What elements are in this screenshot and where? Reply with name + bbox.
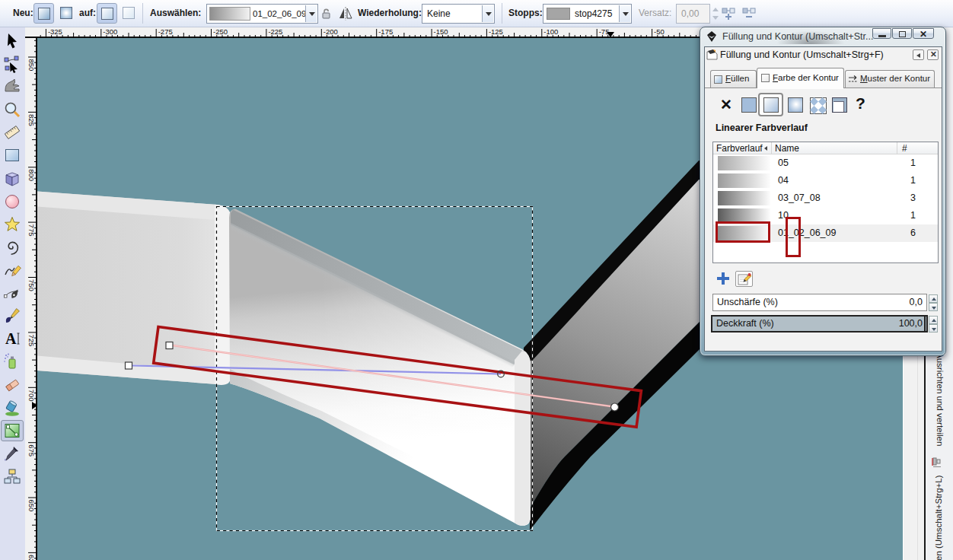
svg-text:750: 750 bbox=[27, 279, 36, 291]
svg-text:A: A bbox=[5, 330, 17, 347]
svg-text:-100: -100 bbox=[543, 27, 558, 36]
svg-text:-125: -125 bbox=[489, 27, 503, 36]
svg-text:-250: -250 bbox=[213, 27, 228, 36]
svg-text:725: 725 bbox=[27, 334, 36, 346]
svg-text:700: 700 bbox=[27, 390, 36, 402]
svg-text:-150: -150 bbox=[434, 27, 448, 36]
svg-text:650: 650 bbox=[27, 500, 36, 512]
svg-text:-275: -275 bbox=[158, 27, 173, 36]
svg-text:-325: -325 bbox=[48, 27, 62, 36]
svg-text:825: 825 bbox=[27, 114, 36, 126]
svg-text:800: 800 bbox=[27, 169, 36, 181]
svg-text:850: 850 bbox=[27, 59, 36, 72]
svg-text:-175: -175 bbox=[378, 27, 393, 36]
svg-text:675: 675 bbox=[27, 444, 36, 457]
svg-text:-75: -75 bbox=[599, 27, 610, 36]
svg-text:-200: -200 bbox=[324, 27, 338, 36]
svg-text:-225: -225 bbox=[268, 27, 282, 36]
svg-text:-300: -300 bbox=[103, 27, 117, 36]
svg-text:775: 775 bbox=[27, 224, 36, 237]
svg-text:625: 625 bbox=[27, 555, 36, 560]
svg-text:-50: -50 bbox=[654, 27, 665, 36]
